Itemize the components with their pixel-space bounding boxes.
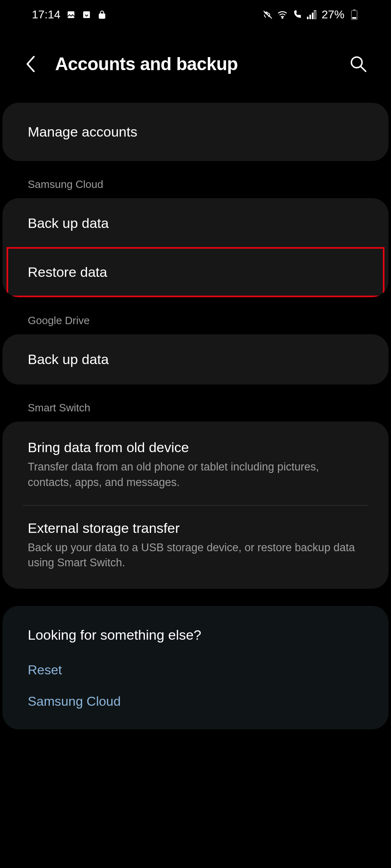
- chevron-left-icon: [25, 55, 36, 73]
- battery-percent: 27%: [322, 8, 344, 21]
- svg-point-3: [282, 17, 283, 18]
- item-subtitle: Back up your data to a USB storage devic…: [28, 540, 363, 571]
- page-title: Accounts and backup: [55, 54, 332, 74]
- item-title: Back up data: [28, 215, 363, 231]
- svg-rect-6: [312, 13, 313, 19]
- item-manage-accounts[interactable]: Manage accounts: [2, 103, 389, 161]
- status-time: 17:14: [32, 8, 60, 21]
- item-title: Manage accounts: [28, 124, 363, 140]
- vibrate-icon: [263, 10, 273, 20]
- signal-icon: [307, 10, 317, 20]
- svg-rect-2: [99, 14, 105, 18]
- gallery-icon: [66, 10, 76, 20]
- battery-icon: [349, 10, 359, 20]
- link-reset[interactable]: Reset: [2, 654, 389, 686]
- card-manage-accounts: Manage accounts: [2, 103, 389, 161]
- item-external-storage[interactable]: External storage transfer Back up your d…: [2, 506, 389, 589]
- item-title: Bring data from old device: [28, 440, 363, 455]
- wifi-icon: [278, 10, 287, 20]
- search-button[interactable]: [348, 54, 369, 74]
- section-header-samsung-cloud: Samsung Cloud: [2, 178, 389, 198]
- section-header-google-drive: Google Drive: [2, 314, 389, 334]
- svg-line-12: [361, 66, 366, 71]
- svg-rect-7: [314, 11, 316, 19]
- card-samsung-cloud: Back up data Restore data: [2, 198, 389, 297]
- svg-rect-0: [68, 11, 75, 18]
- section-header-smart-switch: Smart Switch: [2, 402, 389, 422]
- status-left: 17:14: [32, 8, 107, 21]
- volte-icon: [292, 10, 302, 20]
- svg-rect-1: [83, 11, 90, 18]
- download-icon: [82, 10, 91, 20]
- item-title: Back up data: [28, 351, 363, 367]
- card-looking-for: Looking for something else? Reset Samsun…: [2, 606, 389, 729]
- item-gd-back-up-data[interactable]: Back up data: [2, 334, 389, 384]
- highlight-restore-data: Restore data: [7, 247, 384, 297]
- svg-rect-5: [309, 15, 311, 19]
- item-sc-restore-data[interactable]: Restore data: [8, 249, 383, 296]
- card-google-drive: Back up data: [2, 334, 389, 384]
- item-title: Restore data: [28, 264, 363, 280]
- svg-rect-4: [307, 17, 309, 19]
- footer-title: Looking for something else?: [2, 606, 389, 654]
- lock-icon: [97, 10, 107, 20]
- item-title: External storage transfer: [28, 520, 363, 536]
- item-subtitle: Transfer data from an old phone or table…: [28, 459, 363, 490]
- svg-rect-10: [352, 17, 356, 19]
- content: Manage accounts Samsung Cloud Back up da…: [0, 103, 391, 729]
- link-samsung-cloud[interactable]: Samsung Cloud: [2, 686, 389, 729]
- card-smart-switch: Bring data from old device Transfer data…: [2, 422, 389, 589]
- status-bar: 17:14 27%: [0, 0, 391, 29]
- search-icon: [349, 55, 367, 73]
- back-button[interactable]: [22, 56, 39, 72]
- page-header: Accounts and backup: [0, 29, 391, 103]
- item-sc-back-up-data[interactable]: Back up data: [2, 198, 389, 248]
- item-bring-data[interactable]: Bring data from old device Transfer data…: [2, 422, 389, 505]
- status-right: 27%: [263, 8, 359, 21]
